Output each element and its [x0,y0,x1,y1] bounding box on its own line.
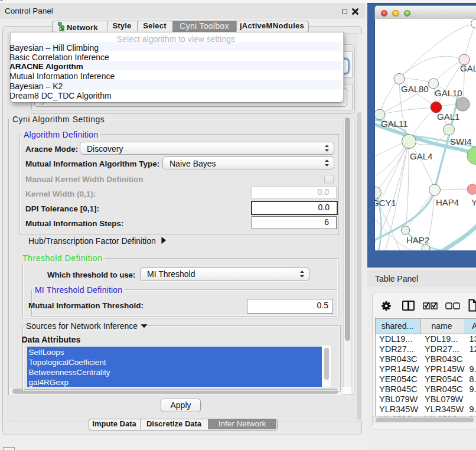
svg-text:GAL7: GAL7 [460,63,476,73]
svg-text:HAP2: HAP2 [406,235,429,245]
svg-text:Y: Y [471,197,476,207]
svg-text:GCY1: GCY1 [375,198,396,208]
svg-text:GAL11: GAL11 [381,119,408,129]
svg-text:GAL1: GAL1 [437,112,459,122]
svg-text:SWI4: SWI4 [450,136,472,146]
svg-text:GAL4: GAL4 [410,151,432,161]
svg-text:GAL80: GAL80 [401,84,429,94]
svg-text:GAL10: GAL10 [435,88,462,98]
svg-text:HAP4: HAP4 [436,197,459,207]
